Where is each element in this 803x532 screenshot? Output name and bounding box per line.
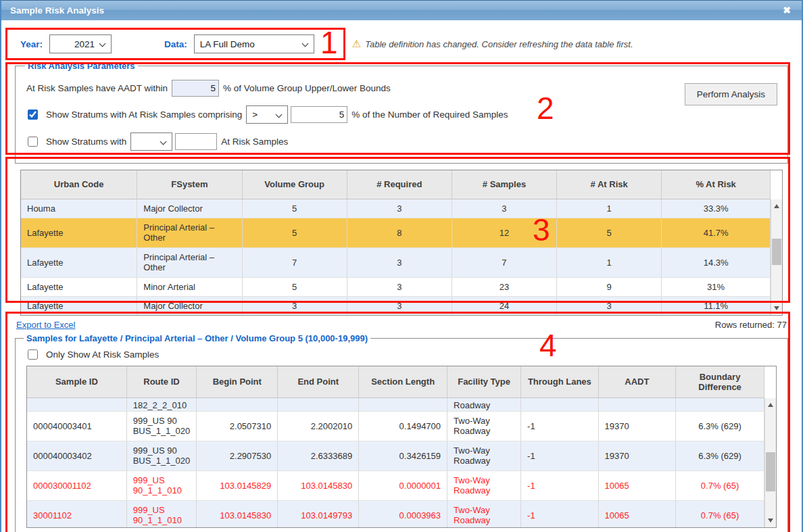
samples-scrollbar[interactable] <box>764 398 776 527</box>
stratum-pct-operator-select[interactable]: > <box>246 105 288 124</box>
strata-header-row: Urban CodeFSystemVolume Group# Required#… <box>21 170 771 199</box>
year-select[interactable]: 2021 <box>49 34 112 53</box>
strata-table-row[interactable]: LafayetteMajor Collector3324311.1% <box>21 296 771 315</box>
strata-table-row[interactable]: LafayettePrincipal Arterial – Other58125… <box>21 218 771 247</box>
table-cell: 3 <box>557 296 662 315</box>
table-cell: 103.0145830 <box>278 470 359 500</box>
column-header: FSystem <box>137 170 242 199</box>
column-header: End Point <box>278 366 359 397</box>
table-cell: 9 <box>557 277 662 296</box>
column-header: Section Length <box>359 366 447 397</box>
table-cell: -1 <box>521 470 599 500</box>
stratum-count-input[interactable] <box>175 133 217 150</box>
table-cell: 2.6333689 <box>278 441 359 470</box>
stratum-pct-suffix: % of the Number of Required Samples <box>351 110 508 120</box>
table-cell: Two-Way Roadway <box>447 411 521 441</box>
column-header: Urban Code <box>21 170 137 199</box>
table-cell: Major Collector <box>137 296 242 315</box>
strata-table-row[interactable]: LafayettePrincipal Arterial – Other73711… <box>21 247 771 277</box>
aadt-threshold-prefix: At Risk Samples have AADT within <box>26 83 168 93</box>
column-header: Route ID <box>126 366 197 397</box>
export-row: Export to Excel Rows returned: 77 <box>16 320 787 330</box>
stratum-count-suffix: At Risk Samples <box>221 137 288 147</box>
table-cell: 6.3% (629) <box>676 411 764 441</box>
table-cell: 2.0507310 <box>197 411 278 441</box>
column-header: % At Risk <box>662 170 771 199</box>
table-cell: Lafayette <box>21 296 137 315</box>
scroll-up-icon[interactable] <box>774 204 779 208</box>
table-cell: Lafayette <box>21 218 137 247</box>
scroll-up-icon[interactable] <box>768 403 773 407</box>
strata-scrollbar[interactable] <box>771 199 782 315</box>
table-cell: Two-Way Roadway <box>447 441 521 470</box>
table-cell: -1 <box>521 500 599 528</box>
table-cell: 5 <box>242 199 347 218</box>
table-cell: 11.1% <box>662 296 771 315</box>
samples-legend: Samples for Lafayette / Principal Arteri… <box>24 333 370 343</box>
scroll-thumb[interactable] <box>772 239 781 265</box>
scroll-down-icon[interactable] <box>774 306 779 310</box>
table-cell: -1 <box>521 441 599 470</box>
column-header: Facility Type <box>447 366 521 397</box>
table-cell: 1 <box>557 247 662 277</box>
strata-table-container: Urban CodeFSystemVolume Group# Required#… <box>20 170 783 316</box>
table-cell <box>676 397 764 411</box>
table-cell: 999_US 90 BUS_1_1_020 <box>126 441 197 470</box>
table-cell: 10065 <box>598 500 676 528</box>
table-cell: 3 <box>347 247 452 277</box>
table-cell: Houma <box>21 199 137 218</box>
aadt-threshold-row: At Risk Samples have AADT within % of Vo… <box>26 80 778 97</box>
scroll-thumb[interactable] <box>766 452 775 491</box>
table-cell: 2.2002010 <box>278 411 359 441</box>
stratum-count-checkbox[interactable] <box>28 137 38 147</box>
chevron-down-icon <box>160 139 167 145</box>
table-cell: 3 <box>347 296 452 315</box>
stratum-pct-operator-value: > <box>252 110 258 120</box>
export-to-excel-link[interactable]: Export to Excel <box>16 320 75 330</box>
table-cell: Lafayette <box>21 247 137 277</box>
table-cell: Two-Way Roadway <box>447 470 521 500</box>
data-label: Data: <box>164 39 187 49</box>
table-cell <box>278 397 359 411</box>
table-cell: Principal Arterial – Other <box>137 247 242 277</box>
table-cell: 7 <box>452 247 556 277</box>
rows-returned-label: Rows returned: 77 <box>715 320 787 330</box>
data-select[interactable]: LA Full Demo <box>194 34 314 53</box>
table-cell: Lafayette <box>21 277 137 296</box>
strata-table: Urban CodeFSystemVolume Group# Required#… <box>21 170 771 316</box>
title-bar: Sample Risk Analysis ✖ <box>1 0 802 20</box>
stratum-pct-input[interactable] <box>291 106 347 123</box>
only-at-risk-checkbox[interactable] <box>28 349 38 360</box>
column-header: AADT <box>598 366 676 397</box>
table-definition-warning: ⚠ Table definition has changed. Consider… <box>352 38 633 50</box>
table-cell: 999_US 90_1_1_010 <box>126 470 197 500</box>
strata-table-row[interactable]: LafayetteMinor Arterial5323931% <box>21 277 771 296</box>
table-cell: 999_US 90 BUS_1_1_020 <box>126 411 197 441</box>
table-cell: 000040003401 <box>27 411 126 441</box>
table-cell: Minor Arterial <box>137 277 242 296</box>
perform-analysis-button[interactable]: Perform Analysis <box>685 83 777 105</box>
table-cell: 000040003402 <box>27 441 126 470</box>
close-icon[interactable]: ✖ <box>783 5 791 16</box>
samples-table-container: Sample IDRoute IDBegin PointEnd PointSec… <box>26 366 777 528</box>
table-cell: 5 <box>557 218 662 247</box>
aadt-threshold-input[interactable] <box>172 80 219 97</box>
strata-table-row[interactable]: HoumaMajor Collector533133.3% <box>21 199 771 218</box>
stratum-pct-prefix: Show Stratums with At Risk Samples compr… <box>46 110 242 120</box>
table-cell: 182_2_2_010 <box>126 397 197 411</box>
table-cell: 0.7% (65) <box>676 500 764 528</box>
stratum-count-operator-select[interactable] <box>130 132 172 151</box>
stratum-pct-checkbox[interactable] <box>28 110 38 120</box>
dialog-content: Year: 2021 Data: LA Full Demo ⚠ Table de… <box>1 34 802 532</box>
samples-header-row: Sample IDRoute IDBegin PointEnd PointSec… <box>27 366 764 397</box>
table-cell: 0.0003963 <box>359 500 447 528</box>
table-cell: 2.2907530 <box>197 441 278 470</box>
year-select-value: 2021 <box>74 39 95 49</box>
scroll-down-icon[interactable] <box>768 518 773 523</box>
column-header: # At Risk <box>557 170 662 199</box>
samples-table-row: 000040003402999_US 90 BUS_1_1_0202.29075… <box>27 441 764 470</box>
table-cell: 23 <box>452 277 556 296</box>
table-cell: 19370 <box>598 411 676 441</box>
chevron-down-icon <box>276 112 283 118</box>
column-header: Sample ID <box>27 366 126 397</box>
